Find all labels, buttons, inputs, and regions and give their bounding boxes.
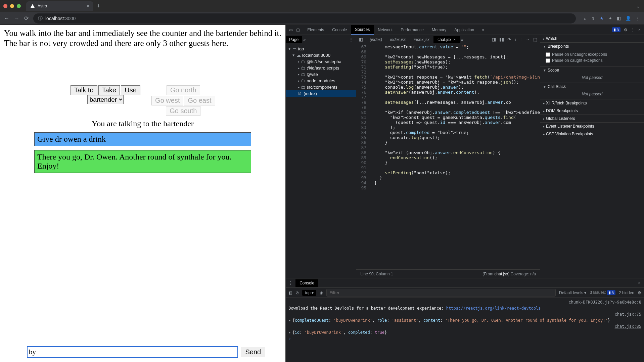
console-source-link[interactable]: chat.jsx:85 [611, 324, 641, 329]
tab-close-icon[interactable]: × [87, 3, 89, 9]
tab-memory[interactable]: Memory [428, 26, 450, 34]
extensions-icon[interactable]: ✦ [608, 16, 612, 21]
toggle-nav-icon[interactable]: ◧ [359, 37, 363, 42]
tree-folder[interactable]: ▸🗀@vite [286, 71, 356, 78]
file-tabs-more-icon[interactable]: » [461, 37, 463, 42]
menu-icon[interactable]: ⋮ [636, 16, 640, 21]
devtools-close-icon[interactable]: × [638, 28, 641, 32]
console-object[interactable]: ▸ {completedQuest: 'buyDrOwenDrink', rol… [288, 317, 641, 323]
message-input[interactable] [27, 346, 238, 358]
breakpoints-section[interactable]: ▼Breakpoints [540, 43, 644, 50]
devtools-menu-icon[interactable]: ⋮ [631, 28, 635, 32]
xhr-bp-section[interactable]: ▸XHR/fetch Breakpoints [540, 99, 644, 107]
console-source-link[interactable]: chunk-DFKOJ226.js?v=9e6b4e8c:8 [565, 300, 641, 305]
address-bar[interactable]: ⓘ localhost:3000 [33, 13, 576, 24]
drawer-tab-console[interactable]: Console [295, 279, 318, 287]
tree-folder[interactable]: ▸🗀@fs/Users/stepha [286, 58, 356, 65]
file-tab[interactable]: index.jsx [386, 36, 410, 43]
step-out-icon[interactable]: ↑ [520, 37, 522, 42]
tab-application[interactable]: Application [450, 26, 478, 34]
tab-elements[interactable]: Elements [303, 26, 328, 34]
console-link[interactable]: https://reactjs.org/link/react-devtools [446, 306, 541, 311]
file-tab[interactable]: index.jsx [410, 36, 434, 43]
nav-tab-page[interactable]: Page [286, 36, 302, 43]
issues-badge[interactable]: ▮ 3 [612, 27, 620, 32]
take-button[interactable]: Take [98, 85, 120, 95]
reload-button[interactable]: ⟳ [24, 15, 29, 21]
tree-folder[interactable]: ▸🗀src/components [286, 84, 356, 90]
console-filter[interactable] [326, 289, 556, 297]
go-north-button[interactable]: Go north [167, 85, 200, 95]
console-prompt[interactable]: › [288, 335, 641, 342]
tab-sources[interactable]: Sources [351, 25, 374, 35]
go-west-button[interactable]: Go west [151, 96, 183, 105]
profile-icon[interactable]: 👤 [626, 16, 631, 21]
sidepanel-icon[interactable]: ◧ [617, 16, 621, 21]
tabs-overflow-icon[interactable]: ⌄ [636, 4, 640, 9]
step-over-icon[interactable]: ↷ [507, 37, 511, 42]
drawer-close-icon[interactable]: × [635, 280, 644, 285]
device-toggle-icon[interactable]: ▢ [296, 28, 300, 32]
global-listeners-section[interactable]: ▸Global Listeners [540, 115, 644, 122]
new-tab-button[interactable]: + [97, 3, 100, 10]
file-tab-active[interactable]: chat.jsx× [433, 36, 460, 43]
step-icon[interactable]: → [525, 37, 530, 42]
pause-caught-checkbox[interactable]: Pause on caught exceptions [546, 57, 639, 63]
share-icon[interactable]: ⇧ [591, 16, 595, 21]
file-tab-close-icon[interactable]: × [453, 37, 456, 42]
target-select[interactable]: bartender [87, 95, 124, 104]
pause-uncaught-checkbox[interactable]: Pause on uncaught exceptions [546, 51, 639, 57]
scope-section[interactable]: ▼Scope [540, 66, 644, 74]
console-levels[interactable]: Default levels ▾ [559, 290, 586, 295]
callstack-section[interactable]: ▼Call Stack [540, 83, 644, 90]
watch-section[interactable]: ▸Watch [540, 35, 644, 42]
settings-icon[interactable]: ⚙ [624, 28, 628, 32]
nav-tabs-more-icon[interactable]: » [303, 37, 306, 42]
console-object[interactable]: ▸ {id: 'buyDrOwenDrink', completed: true… [288, 329, 641, 335]
site-info-icon[interactable]: ⓘ [38, 15, 43, 21]
use-button[interactable]: Use [121, 85, 140, 95]
live-expression-icon[interactable]: ◉ [320, 290, 323, 295]
maximize-window-icon[interactable] [17, 4, 21, 8]
code-status-bar: Line 90, Column 1 (From chat.jsx) Covera… [356, 269, 540, 278]
console-clear-icon[interactable]: ⊘ [295, 290, 299, 295]
tree-folder[interactable]: ▸🗀@id/astro:scripts [286, 65, 356, 71]
file-tab[interactable]: (index) [366, 36, 386, 43]
forward-button[interactable]: → [14, 15, 19, 21]
inspect-icon[interactable]: ▭ [289, 28, 293, 32]
event-bp-section[interactable]: ▸Event Listener Breakpoints [540, 123, 644, 130]
step-into-icon[interactable]: ↓ [514, 37, 517, 42]
nav-menu-icon[interactable]: ⋮ [349, 37, 356, 42]
drawer-menu-icon[interactable]: ⋮ [286, 280, 295, 285]
dom-bp-section[interactable]: ▸DOM Breakpoints [540, 107, 644, 115]
tree-folder[interactable]: ▸🗀node_modules [286, 78, 356, 84]
tab-console[interactable]: Console [328, 26, 351, 34]
back-button[interactable]: ← [4, 15, 9, 21]
minimize-window-icon[interactable] [10, 4, 14, 8]
talk-to-button[interactable]: Talk to [71, 85, 97, 95]
deactivate-bp-icon[interactable]: ⬚ [533, 37, 537, 42]
toggle-right-icon[interactable]: ◨ [492, 37, 496, 42]
console-source-link[interactable]: chat.jsx:75 [611, 312, 641, 317]
console-sidebar-icon[interactable]: ◧ [288, 290, 292, 295]
tree-host[interactable]: ▼☁localhost:3000 [286, 52, 356, 58]
go-east-button[interactable]: Go east [184, 96, 215, 105]
console-context[interactable]: top ▾ [302, 290, 316, 296]
console-output[interactable]: chunk-DFKOJ226.js?v=9e6b4e8c:8 Download … [286, 298, 644, 362]
tab-performance[interactable]: Performance [397, 26, 428, 34]
send-button[interactable]: Send [241, 347, 265, 357]
console-issues[interactable]: 3 Issues: ▮ 3 [590, 290, 615, 295]
pause-icon[interactable]: ▮▮ [499, 37, 504, 42]
tab-network[interactable]: Network [374, 26, 397, 34]
close-window-icon[interactable] [3, 4, 7, 8]
code-editor[interactable]: 67 messageInput.current.value = "";6869 … [356, 44, 540, 269]
tabs-more-icon[interactable]: » [478, 26, 489, 34]
console-settings-icon[interactable]: ⚙ [638, 290, 641, 295]
tree-file[interactable]: 🗎(index) [286, 90, 356, 97]
tree-top[interactable]: ▼▭top [286, 46, 356, 52]
go-south-button[interactable]: Go south [166, 106, 200, 116]
csp-bp-section[interactable]: ▸CSP Violation Breakpoints [540, 130, 644, 138]
search-icon[interactable]: ⌕ [584, 16, 587, 21]
bookmark-icon[interactable]: ★ [600, 16, 604, 21]
browser-tab[interactable]: Astro × [26, 1, 93, 11]
